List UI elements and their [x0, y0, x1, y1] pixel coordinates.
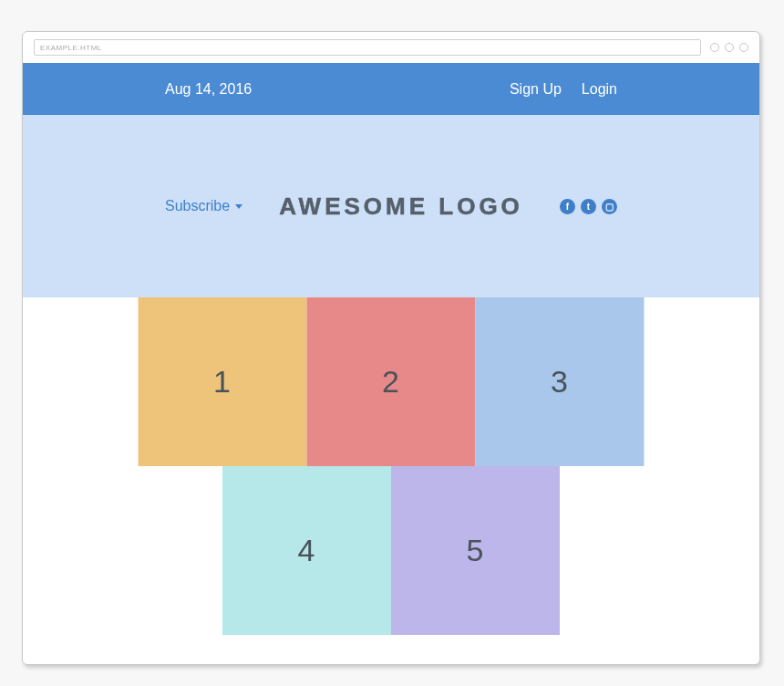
tile-number: 5: [467, 533, 485, 568]
window-controls: [710, 43, 748, 52]
site-logo: AWESOME LOGO: [279, 192, 523, 221]
navbar-date: Aug 14, 2016: [165, 81, 252, 98]
tile-number: 2: [382, 364, 400, 400]
window-dot-1[interactable]: [710, 43, 719, 52]
navbar-right: Sign Up Login: [510, 81, 617, 98]
tile-number: 1: [213, 364, 232, 400]
tile-4[interactable]: 4: [222, 466, 391, 635]
caret-down-icon: [235, 204, 242, 209]
top-navbar: Aug 14, 2016 Sign Up Login: [23, 63, 759, 115]
facebook-icon[interactable]: f: [560, 199, 575, 214]
window-dot-3[interactable]: [739, 43, 748, 52]
social-icons: f t ▢: [560, 199, 617, 214]
url-text: EXAMPLE.HTML: [40, 44, 102, 52]
tile-number: 4: [298, 533, 316, 568]
subscribe-dropdown[interactable]: Subscribe: [165, 198, 242, 214]
browser-frame: EXAMPLE.HTML Aug 14, 2016 Sign Up Login: [22, 31, 760, 665]
page-viewport: Aug 14, 2016 Sign Up Login Subscribe AWE…: [23, 63, 759, 664]
login-link[interactable]: Login: [582, 81, 617, 98]
url-bar[interactable]: EXAMPLE.HTML: [34, 39, 701, 56]
tile-1[interactable]: 1: [139, 297, 307, 466]
twitter-icon[interactable]: t: [581, 199, 596, 214]
tile-grid: 1 2 3 4 5: [23, 297, 759, 664]
hero-banner: Subscribe AWESOME LOGO f t ▢: [23, 115, 759, 297]
window-dot-2[interactable]: [725, 43, 734, 52]
tile-number: 3: [551, 364, 569, 400]
instagram-icon[interactable]: ▢: [602, 199, 617, 214]
tile-2[interactable]: 2: [307, 297, 476, 466]
tile-3[interactable]: 3: [476, 297, 645, 466]
tile-5[interactable]: 5: [391, 466, 560, 635]
browser-chrome: EXAMPLE.HTML: [23, 32, 759, 63]
signup-link[interactable]: Sign Up: [510, 81, 562, 98]
subscribe-label: Subscribe: [165, 198, 230, 214]
